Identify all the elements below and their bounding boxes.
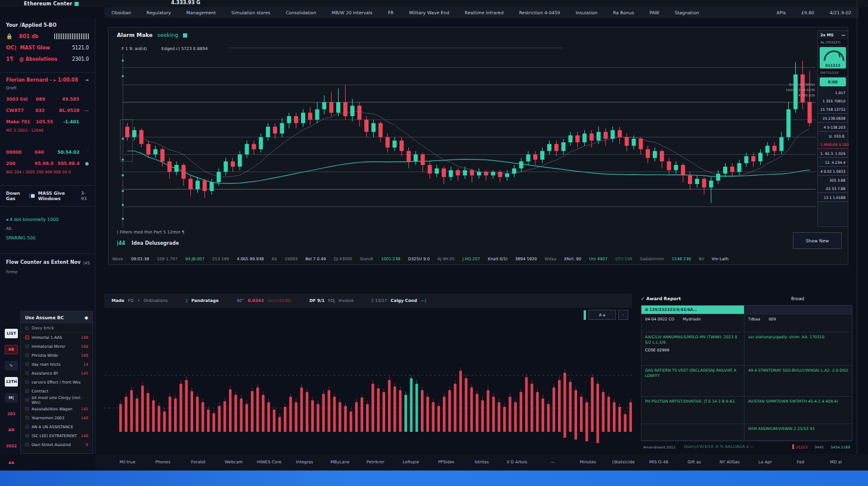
position-row[interactable]: Make 701105.55-1.401 [6, 119, 89, 124]
watchlist-item[interactable]: Immortal 1-AAS148 [21, 333, 92, 342]
orders-cell-right[interactable]: Tdbaa009 [745, 314, 852, 332]
nav-item-regulatory[interactable]: Regulatory [147, 10, 171, 15]
price-level[interactable]: 1 355 70810 [818, 96, 848, 105]
list-icon[interactable]: LIST [5, 329, 18, 338]
footer-item[interactable]: PPSides [429, 460, 464, 465]
account-row[interactable]: 🔒8O1 db [6, 33, 89, 39]
orders-cell-right[interactable]: ser stationary/gadly: strim: AA: 170310 [745, 332, 852, 366]
position-row[interactable]: CWXT7032BL.9528— [6, 108, 89, 113]
footer-item[interactable]: Foralot [181, 460, 216, 465]
orders-cell-right[interactable]: 49-4 STANTONAY SSO-BVILLY/WHOA(-L.A2: 2-… [745, 366, 852, 397]
watchlist-item[interactable]: Immaterial Mirror168 [21, 342, 92, 351]
nav-item-simulation-stores[interactable]: Simulation stores [231, 10, 270, 15]
nav-item-consolidation[interactable]: Consolidation [286, 10, 316, 15]
watchlist-item[interactable]: bit meet sine Clergy (incl. Win) [21, 395, 92, 404]
footer-item[interactable]: — [535, 460, 570, 465]
footer-item[interactable]: Integras [287, 460, 322, 465]
footer-item[interactable]: Phones [145, 460, 180, 465]
footer-item[interactable]: (Stats)cide [606, 460, 641, 465]
footer-item[interactable]: NY AllGas [712, 460, 747, 465]
subchart-segment-3[interactable]: DF 9/1FDjInvolve [309, 298, 354, 303]
price-level[interactable]: 4 5-138.203 [818, 123, 848, 132]
position-row[interactable]: 3003 list08949.585 [6, 96, 89, 102]
nav-item-fr[interactable]: FR [388, 10, 394, 15]
price-level[interactable]: D. 033.8. [818, 132, 848, 140]
nav-item-stagnation[interactable]: Stagnation [675, 10, 699, 15]
footer-item[interactable]: MIS O-48 [641, 460, 676, 465]
nav-item-restriction-4-0459[interactable]: Restriction 4-0459 [519, 10, 560, 15]
watchlist-header[interactable]: Use Assume BC ◆ [21, 311, 92, 323]
quick-link-2[interactable]: SPARING 500 [6, 235, 89, 241]
orders-cell-right[interactable]: NYM ASSINIUM/VISWIN 2.23/53 93 [745, 424, 852, 441]
price-level[interactable]: 1.017 [818, 88, 848, 96]
price-level[interactable]: 12. 4.234.4 [818, 158, 848, 167]
12th-badge[interactable]: 12TH [5, 377, 18, 387]
subchart-segment-1[interactable]: ▯Pandratage [185, 298, 219, 303]
footer-item[interactable]: HIWES Core [252, 460, 287, 465]
orders-cell-left[interactable]: PH PSUTSIN ARTIST/DIVATIVE: JT.S.14 3 B.… [641, 397, 744, 424]
account-row[interactable]: 1¶@ Absolutions2301.0 [6, 56, 89, 62]
watchlist-item[interactable]: Assistance BY145 [21, 369, 92, 378]
orders-cell-right[interactable] [745, 306, 852, 314]
volume-chart[interactable] [104, 310, 632, 453]
watchlist-item[interactable]: Own Street Assisted8 [21, 440, 92, 449]
nav-item-apis[interactable]: APIs [776, 10, 786, 15]
position-row[interactable]: 20095.98.5505.98.4● [6, 161, 89, 166]
mail-icon[interactable]: M| [5, 393, 18, 403]
nav-item-insulation[interactable]: Insulation [576, 10, 598, 15]
footer-item[interactable]: MByLane [323, 460, 358, 465]
orders-tab-award-report[interactable]: ✓ Award Report [641, 296, 681, 301]
watchlist-item[interactable]: Contract [21, 387, 92, 395]
price-level[interactable]: 1. 92.3. 1.029 [818, 149, 848, 158]
nav-item-paw[interactable]: PAW [650, 10, 659, 15]
price-level[interactable]: 03 33 7.88 [818, 184, 848, 193]
chart-toolbar[interactable]: |44 Idea Delusegrade [117, 241, 179, 246]
price-level[interactable]: 305 3.88 [818, 176, 848, 184]
orders-cell-left[interactable]: A 139/232323/9/42/4A… [641, 306, 744, 314]
position-row[interactable]: 0000004050.54.02˙ [6, 149, 89, 155]
price-level[interactable]: 25 238.0838 [818, 114, 848, 123]
footer-item[interactable]: Webcam [216, 460, 251, 465]
203-badge[interactable]: 203 [5, 409, 18, 419]
bookmark-icon[interactable]: ◆ [85, 315, 88, 320]
nav-item-military-wave-end[interactable]: Military Wave End [409, 10, 449, 15]
nav-item-mb-w-20-intervals[interactable]: MB/W 20 Intervals [331, 10, 373, 15]
orders-cell-left[interactable] [641, 424, 744, 441]
nav-item-obsidian[interactable]: Obsidian [111, 10, 131, 15]
footer-item[interactable]: MD al [818, 460, 853, 465]
watchlist-search[interactable]: ○ Davy brick [21, 323, 92, 333]
nav-item-ra-bonus[interactable]: Ra Bonus [613, 10, 634, 15]
orders-cell-right[interactable]: AV/STAN SIMMTOWN SWTMTH 45-4.2.4 409.4) [745, 397, 852, 424]
2022-badge[interactable]: 2022 [5, 441, 18, 451]
account-row[interactable]: OC|MAST Glow5121.0 [6, 45, 89, 51]
watchlist-item[interactable]: Yearnemen 2003148 [21, 413, 92, 422]
footer-item[interactable]: Fed [783, 460, 818, 465]
footer-item[interactable]: Minutes [570, 460, 605, 465]
price-level[interactable]: 15 758 13732 [818, 105, 848, 114]
watchlist-item[interactable]: day roan tincts14 [21, 360, 92, 369]
show-new-button[interactable]: Show New [793, 232, 842, 249]
candlestick-chart[interactable] [119, 54, 816, 228]
orders-cell-left[interactable]: 04-04 0922 COMydriade [641, 314, 744, 332]
footer-item[interactable]: Mil true [110, 460, 145, 465]
expand-arrow-icon[interactable]: → [85, 77, 89, 83]
footer-item[interactable]: La Apr [748, 460, 783, 465]
price-level[interactable]: 13 1 1.0188 [818, 193, 848, 202]
subchart-segment-0[interactable]: MadeFD⚡Ordinations [111, 298, 168, 303]
subchart-segment-4[interactable]: ▯ 13/17Calgy Cond—| [371, 298, 426, 303]
an-badge[interactable]: AN [5, 425, 18, 435]
watchlist-item[interactable]: carvers Effect / front Wes [21, 378, 92, 387]
watchlist-item[interactable]: Assistabilities Wagon145 [21, 404, 92, 413]
nav-item-management[interactable]: Management [187, 10, 216, 15]
toggle-icon[interactable] [29, 194, 35, 198]
footer-item[interactable]: Leftspie [393, 460, 428, 465]
nav-item--9-80[interactable]: £9.80 [801, 10, 814, 15]
nav-item-4-21-9-02[interactable]: 4/21.9-02 [830, 10, 851, 15]
watchlist-item[interactable]: AN A UN ASSISTANCE [21, 422, 92, 431]
footer-item[interactable]: Istritas [464, 460, 499, 465]
orders-cell-left[interactable]: GAS RATIERN TS VEST ONCLADESNJ RAILVIAT … [641, 366, 744, 397]
orders-cell-left[interactable]: AA/C/LIV ANNUMAILS/MSLO-MV (TWIW): 2023 … [641, 332, 744, 366]
down-gas-row[interactable]: Down Gas MASS Give Windows 3-93 [0, 186, 95, 207]
footer-item[interactable]: Gift as [677, 460, 712, 465]
quick-link-1[interactable]: ◂ 4 dot binomially 1000 [6, 217, 89, 222]
